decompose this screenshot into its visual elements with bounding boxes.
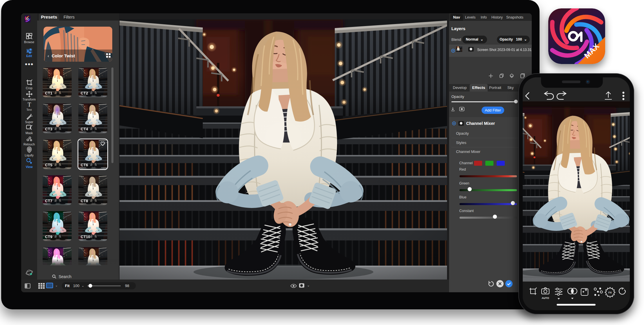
svg-text:FX: FX xyxy=(608,291,612,294)
svg-text:T: T xyxy=(27,102,31,107)
svg-text:AUTO: AUTO xyxy=(542,297,549,300)
svg-text:Color Twist: Color Twist xyxy=(52,53,75,58)
svg-text:‹: ‹ xyxy=(48,53,49,58)
